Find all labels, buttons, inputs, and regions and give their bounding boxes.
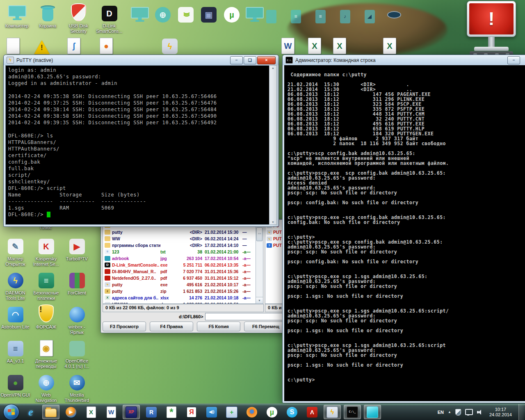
desktop-icon[interactable]: ● [97,35,115,54]
desktop-icon[interactable] [262,6,281,27]
putty-icon[interactable]: ϟ [324,405,341,419]
action-center-icon[interactable] [455,409,461,415]
minimize-button[interactable]: – [507,56,520,64]
table-row[interactable]: putty <DIR> 21.02.2014 15:30 — [103,229,255,235]
desktop-icon[interactable]: ϟ DAEMON Tools Lite [0,269,31,304]
scrollbar-thumb[interactable]: ≡≡ [256,227,262,241]
radmin-icon[interactable]: R [143,405,160,419]
desktop-icon[interactable]: ◢ [360,6,379,27]
desktop-icon[interactable]: ✉ Mozilla Thunderbird [62,372,92,404]
firefox-icon[interactable] [243,405,260,419]
scroll-down-icon[interactable]: ▼ [256,297,263,304]
desktop-icon[interactable]: µ [222,4,241,25]
table-row[interactable]: VPN860 doc 1 033 026 31.01.2014 13:50 -a… [103,301,255,304]
desktop-icon[interactable]: ≡ [311,6,330,27]
desktop-icon[interactable]: ◠ Astroburn Lite [0,304,31,338]
minimize-button[interactable]: – [230,56,243,64]
desktop-icon[interactable]: ⊕ [153,4,172,25]
skype-icon[interactable]: S [283,405,301,419]
yandex-icon[interactable]: Я [183,405,200,419]
desktop-icon[interactable]: ≡ Безопасные платежи [31,269,62,304]
putty-titlebar[interactable]: ϟ PuTTY (inactive) – ❑ × [4,55,278,65]
adobe-reader-icon[interactable]: Λ [304,405,321,419]
desktop-icon[interactable]: Корзина [32,2,63,34]
desktop-icon[interactable]: winbox - Ярлык [62,304,92,338]
close-button[interactable]: × [257,56,276,64]
desktop-icon[interactable]: ϟ [161,35,179,54]
utorrent-icon[interactable]: µ [263,405,281,419]
function-button[interactable]: F5 Копия [197,322,240,331]
function-button[interactable]: F3 Просмотр [103,322,146,331]
table-row[interactable]: NetdefendOS_2.27.0.. pdf 6 937 450 31.01… [103,275,255,281]
cmd-icon[interactable]: C:\_ [344,405,361,419]
table-row[interactable]: adrbook jpg 263 104 17.02.2014 10:54 -a— [103,255,255,262]
explorer-icon[interactable] [42,405,59,419]
desktop-icon[interactable]: OpenOffice 4.0.1 (ru) I... [62,338,92,372]
table-row[interactable]: DI-804HV_Manual_R.. pdf 7 020 774 31.01.… [103,268,255,275]
desktop-icon[interactable]: ▣ [199,4,218,25]
xp-usb-icon[interactable]: XP [123,405,140,419]
desktop-icon[interactable]: X [306,35,324,54]
word-icon[interactable]: W [103,405,120,419]
desktop-icon[interactable]: ForClient [62,269,92,304]
desktop-icon[interactable]: ♪ [336,6,354,27]
file-list-scrollbar[interactable]: ▲ ≡≡ ▼ [256,219,263,304]
scroll-down-icon[interactable]: ▼ [272,221,274,224]
file-list: putty <DIR> 21.02.2014 15:30 — WW <DIR> … [103,222,255,304]
desktop-icon[interactable]: USB Disk Security [63,2,94,34]
table-row[interactable]: прграммы сбора статисти.. <DIR> 17.02.20… [103,242,255,249]
maximize-button[interactable]: ❑ [244,56,256,64]
desktop-icon[interactable]: D D-Link SmartCons... [94,2,125,34]
cmd-terminal[interactable]: Содержимое папки c:\putty 21.02.2014 15:… [284,65,525,401]
putty-scrollbar[interactable]: ▲ ▼ [269,65,277,225]
desktop-icon[interactable]: ✎ Мастер Открыток [0,235,31,269]
terminal-cursor [47,212,50,217]
finereader-icon[interactable]: * [163,405,180,419]
desktop-icon[interactable]: ≡ [286,6,305,27]
language-indicator[interactable]: EN [438,410,444,415]
desktop-icon[interactable] [130,4,149,25]
desktop-icon[interactable]: ◉ Денежные переводы [31,338,62,372]
remote-pc-icon[interactable]: + [223,405,240,419]
excel-icon[interactable]: X [82,405,100,419]
start-button[interactable] [3,404,19,420]
table-row[interactable]: ϟ putty exe 495 616 21.02.2014 10:17 -a— [103,281,255,288]
desktop-icon[interactable]: W [279,35,297,54]
function-button[interactable]: F4 Правка [150,322,193,331]
terminal-output: Содержимое папки c:\putty 21.02.2014 15:… [284,65,525,382]
wmp-icon[interactable]: ▶ [62,405,80,419]
tray-expand-icon[interactable]: ▲ [448,410,451,414]
desktop-icon[interactable]: X [331,35,349,54]
table-row[interactable]: ≡ 123 txt 38 01.02.2014 21:00 -a— [103,249,255,255]
desktop-icon[interactable]: ((( [176,4,195,25]
desktop-icon[interactable]: Компьютер [2,2,32,34]
desktop-icon[interactable]: ! ФОРСАЖ [31,304,62,338]
alert-monitor-gadget[interactable]: ! [467,1,516,57]
putty-terminal[interactable]: login as: admin admin@10.63.25.65's pass… [5,65,270,225]
desktop-icon[interactable]: ≡ AA_v3.1 [0,338,31,372]
desktop-icon[interactable]: ⊕ Web Navigation [31,372,62,404]
function-button[interactable]: F6 Перемещ [244,322,288,331]
cmd-titlebar[interactable]: C:\ Администратор: Командная строка [283,55,525,65]
desktop-icon[interactable]: ! [33,35,51,54]
desktop-icon[interactable] [385,6,404,27]
show-desktop-button[interactable] [518,404,524,420]
network-icon[interactable] [465,409,473,415]
clock[interactable]: 10:17 24.02.2014 [489,407,512,418]
desktop-icon[interactable]: ● OpenVPN GUI [0,372,31,404]
volume-icon[interactable] [477,409,483,415]
monitor-icon [131,7,149,18]
table-row[interactable]: z putty zip 1 621 853 21.02.2014 15:26 -… [103,288,255,294]
desktop-icon[interactable]: ʃ [65,35,83,54]
ie-icon[interactable]: e [22,405,39,419]
table-row[interactable]: D D-Link_SmartConsole.. exe 5 251 711 06… [103,262,255,268]
desktop-icon[interactable]: ▶ TurboIPTV [62,235,92,269]
photo-app-icon[interactable] [364,405,381,419]
scroll-up-icon[interactable]: ▲ [272,66,274,69]
desktop-icon[interactable]: X [381,35,399,54]
volume-app-icon[interactable]: ◀)) [203,405,220,419]
table-row[interactable]: WW <DIR> 06.02.2014 14:24 — [103,235,255,242]
desktop-icon[interactable] [4,35,22,54]
table-row[interactable]: X адреса сайтов для б.. xlsx 14 276 21.0… [103,294,255,301]
desktop-icon[interactable]: K Kaspersky Internet Se... [31,235,62,269]
